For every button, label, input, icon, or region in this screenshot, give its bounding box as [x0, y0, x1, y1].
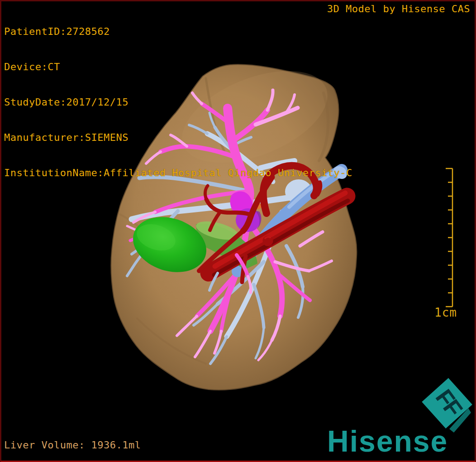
scale-bar-ticks [446, 168, 452, 307]
liver-volume-readout: Liver Volume: 1936.1ml [4, 439, 141, 451]
metadata-device: Device:CT [4, 61, 352, 73]
metadata-patient-id: PatientID:2728562 [4, 26, 352, 38]
metadata-manufacturer: Manufacturer:SIEMENS [4, 132, 352, 144]
scale-bar-label: 1cm [429, 306, 462, 319]
dicom-metadata: PatientID:2728562 Device:CT StudyDate:20… [4, 2, 352, 202]
scale-bar [444, 167, 462, 310]
viewer-window: PatientID:2728562 Device:CT StudyDate:20… [0, 0, 476, 462]
metadata-study-date: StudyDate:2017/12/15 [4, 96, 352, 108]
metadata-institution: InstitutionName:Affiliated Hospital Qing… [4, 167, 352, 179]
model-watermark: 3D Model by Hisense CAS [327, 3, 470, 14]
hisense-wordmark: Hisense [327, 426, 476, 456]
